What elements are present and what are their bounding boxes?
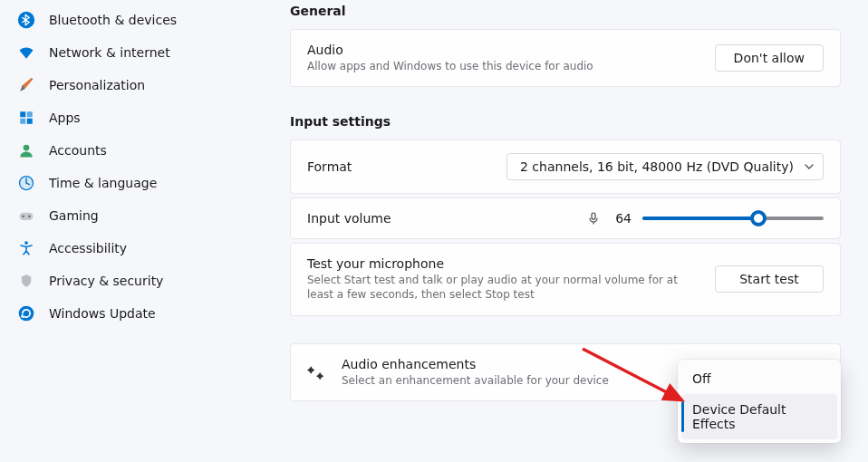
card-title: Input volume xyxy=(307,211,586,226)
sidebar-item-accounts[interactable]: Accounts xyxy=(9,134,254,167)
enhancements-dropdown: Off Device Default Effects xyxy=(678,360,841,443)
card-title: Audio xyxy=(307,43,715,57)
sidebar-item-label: Accounts xyxy=(49,143,107,158)
svg-rect-3 xyxy=(20,119,25,124)
volume-value: 64 xyxy=(612,211,632,226)
sidebar-item-windows-update[interactable]: Windows Update xyxy=(9,297,254,330)
slider-thumb[interactable] xyxy=(750,210,767,226)
sidebar-item-label: Time & language xyxy=(49,176,157,190)
volume-slider[interactable] xyxy=(642,217,824,220)
card-input-volume: Input volume 64 xyxy=(290,197,841,239)
card-title: Test your microphone xyxy=(307,256,700,271)
svg-point-8 xyxy=(23,216,24,217)
sidebar-item-label: Apps xyxy=(49,111,81,125)
sidebar-item-label: Windows Update xyxy=(49,306,156,321)
sidebar-item-gaming[interactable]: Gaming xyxy=(9,199,254,232)
accessibility-icon xyxy=(16,238,36,258)
card-title: Format xyxy=(307,159,506,174)
sidebar-item-apps[interactable]: Apps xyxy=(9,101,254,134)
game-controller-icon xyxy=(16,206,36,226)
main-panel: General Audio Allow apps and Windows to … xyxy=(263,0,868,462)
card-description: Select Start test and talk or play audio… xyxy=(307,273,700,302)
format-select-value: 2 channels, 16 bit, 48000 Hz (DVD Qualit… xyxy=(520,159,794,174)
shield-icon xyxy=(16,271,36,291)
card-description: Allow apps and Windows to use this devic… xyxy=(307,59,715,73)
svg-rect-1 xyxy=(20,111,25,117)
sidebar-item-label: Personalization xyxy=(49,78,145,92)
sidebar-item-privacy[interactable]: Privacy & security xyxy=(9,265,254,297)
sidebar: Bluetooth & devices Network & internet P… xyxy=(0,0,263,462)
svg-rect-7 xyxy=(20,213,34,220)
update-icon xyxy=(16,303,36,323)
slider-fill xyxy=(642,217,758,220)
sidebar-item-bluetooth[interactable]: Bluetooth & devices xyxy=(9,4,254,36)
sidebar-item-label: Accessibility xyxy=(49,241,127,255)
svg-point-11 xyxy=(19,306,34,322)
card-mic-test: Test your microphone Select Start test a… xyxy=(290,243,841,315)
start-test-button[interactable]: Start test xyxy=(715,265,824,293)
section-heading-general: General xyxy=(290,4,841,18)
sidebar-item-label: Bluetooth & devices xyxy=(49,13,177,27)
sidebar-item-time-language[interactable]: Time & language xyxy=(9,167,254,199)
bluetooth-icon xyxy=(16,10,36,30)
wifi-icon xyxy=(16,43,36,63)
apps-icon xyxy=(16,108,36,128)
section-general: General Audio Allow apps and Windows to … xyxy=(290,4,841,87)
sidebar-item-label: Privacy & security xyxy=(49,274,163,288)
sidebar-item-label: Gaming xyxy=(49,208,99,223)
sidebar-item-label: Network & internet xyxy=(49,45,170,60)
microphone-icon xyxy=(586,211,601,226)
svg-rect-2 xyxy=(27,111,33,117)
sidebar-item-accessibility[interactable]: Accessibility xyxy=(9,232,254,265)
sidebar-item-network[interactable]: Network & internet xyxy=(9,36,254,69)
section-heading-input: Input settings xyxy=(290,114,841,129)
svg-rect-12 xyxy=(592,213,595,219)
sidebar-item-personalization[interactable]: Personalization xyxy=(9,69,254,101)
card-audio-permission: Audio Allow apps and Windows to use this… xyxy=(290,29,841,87)
person-icon xyxy=(16,140,36,160)
dropdown-option-device-default[interactable]: Device Default Effects xyxy=(681,394,837,439)
chevron-down-icon xyxy=(805,162,814,171)
format-select[interactable]: 2 channels, 16 bit, 48000 Hz (DVD Qualit… xyxy=(506,153,824,180)
svg-rect-4 xyxy=(27,119,33,124)
svg-point-10 xyxy=(24,241,28,245)
clock-globe-icon xyxy=(16,173,36,193)
dont-allow-button[interactable]: Don't allow xyxy=(715,44,824,72)
enhancements-icon xyxy=(307,363,325,381)
svg-point-5 xyxy=(24,145,30,151)
section-input-settings: Input settings Format 2 channels, 16 bit… xyxy=(290,114,841,315)
svg-point-9 xyxy=(28,216,30,217)
dropdown-option-off[interactable]: Off xyxy=(681,363,837,394)
brush-icon xyxy=(16,75,36,95)
card-format: Format 2 channels, 16 bit, 48000 Hz (DVD… xyxy=(290,140,841,194)
